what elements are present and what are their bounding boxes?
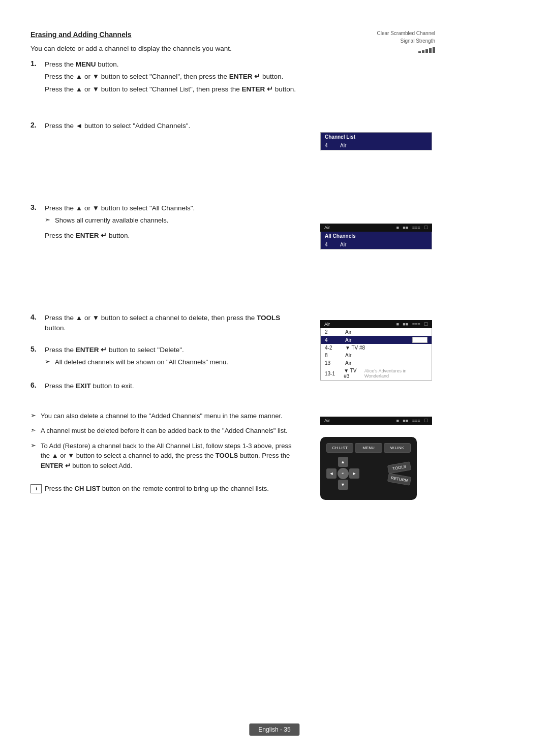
step-5-num: 5. (30, 345, 45, 353)
mockup-4-nav: Air ■ ■■ ≡≡≡ ☐ (320, 320, 432, 328)
ch-13-1-name: Alice's Adventures in Wonderland (364, 368, 428, 379)
ch-13-1-type: ▼ TV #3 (344, 368, 362, 379)
return-button[interactable]: RETURN (387, 473, 412, 486)
step-3-note-text: Shows all currently available channels. (55, 215, 168, 226)
dpad-left-button[interactable]: ◄ (326, 468, 337, 479)
mockup-2-row-highlight: 4 Air (321, 141, 432, 150)
step-5-content: Press the ENTER ↵ button to select "Dele… (45, 345, 300, 372)
step-4-num: 4. (30, 313, 45, 321)
ch-4-type: Air (345, 337, 351, 343)
step-5: 5. Press the ENTER ↵ button to select "D… (30, 345, 300, 372)
note-arrow-5-icon: ➣ (45, 358, 55, 365)
ch-2-type: Air (345, 329, 351, 335)
intro-text: You can delete or add a channel to displ… (30, 45, 300, 52)
mockup-3-nav: Air ■ ■■ ≡≡≡ ☐ (320, 224, 432, 232)
ch-13-type: Air (345, 360, 351, 366)
step-2: 2. Press the ◄ button to select "Added C… (30, 121, 300, 133)
remote-dpad-area: ▲ ▼ ◄ ► ↵ TOOLS RETURN (326, 457, 411, 490)
step-4-line-1: Press the ▲ or ▼ button to select a chan… (45, 313, 300, 334)
mockup-1: Clear Scrambled Channel Signal Strength (320, 30, 437, 53)
step-1: 1. Press the MENU button. Press the ▲ or… (30, 59, 300, 97)
wlink-button[interactable]: W.LINK (384, 443, 411, 453)
extra-note-1: ➣ You can also delete a channel to the "… (30, 411, 300, 421)
signal-strength-label: Signal Strength (320, 38, 437, 44)
footer-badge: English - 35 (249, 723, 299, 736)
step-4-content: Press the ▲ or ▼ button to select a chan… (45, 313, 300, 336)
step-5-line-1: Press the ENTER ↵ button to select "Dele… (45, 345, 300, 355)
remote-top-row: CH LIST MENU W.LINK (326, 443, 411, 453)
step-6: 6. Press the EXIT button to exit. (30, 381, 300, 393)
mockup-3-header: All Channels (321, 232, 432, 240)
mockup-3-ch-type: Air (340, 242, 346, 247)
mockup-4: Air ■ ■■ ≡≡≡ ☐ 2 Air 4 Air 4-2 ▼ TV #8 (320, 320, 432, 381)
dpad-up-button[interactable]: ▲ (338, 457, 348, 467)
mockup-4-nav-icons: ■ ■■ ≡≡≡ ☐ (396, 322, 428, 327)
step-1-line-3: Press the ▲ or ▼ button to select "Chann… (45, 84, 300, 94)
step-1-line-1: Press the MENU button. (45, 59, 300, 70)
step-3: 3. Press the ▲ or ▼ button to select "Al… (30, 203, 300, 243)
step-5-note-text: All deleted channels will be shown on "A… (55, 357, 228, 367)
menu-button[interactable]: MENU (355, 443, 382, 453)
mockup-3-row: 4 Air (321, 240, 432, 249)
step-1-num: 1. (30, 59, 45, 68)
mockup-2-header: Channel List (321, 133, 432, 141)
signal-bar-4 (429, 48, 432, 53)
signal-bars (320, 45, 437, 53)
mockup-3-nav-left: Air (324, 225, 330, 230)
extra-note-arrow-2: ➣ (30, 426, 41, 434)
mockup-2-ch-num: 4 (325, 143, 340, 148)
step-3-num: 3. (30, 203, 45, 211)
step-2-num: 2. (30, 121, 45, 129)
mockup-3-body: All Channels 4 Air (320, 232, 432, 249)
remote-dpad: ▲ ▼ ◄ ► ↵ (326, 457, 359, 490)
mockup-4-row-13-1: 13-1 ▼ TV #3 Alice's Adventures in Wonde… (321, 367, 432, 380)
enter-button[interactable]: ↵ (338, 468, 349, 479)
step-3-line-1: Press the ▲ or ▼ button to select "All C… (45, 203, 300, 213)
mockup-4-row-4-2: 4-2 ▼ TV #8 (321, 344, 432, 352)
mockup-4-row-13: 13 Air (321, 359, 432, 367)
mockup-3-nav-icons: ■ ■■ ≡≡≡ ☐ (396, 225, 428, 230)
mockup-4-row-4: 4 Air (321, 336, 432, 344)
section-title: Erasing and Adding Channels (30, 30, 300, 39)
extra-note-1-text: You can also delete a channel to the "Ad… (41, 411, 283, 421)
ch-4-checkbox (412, 337, 428, 343)
ch-8-type: Air (345, 353, 351, 358)
mockup-2-ch-type: Air (340, 143, 346, 148)
signal-bar-2 (422, 50, 424, 53)
extra-note-2-text: A channel must be deleted before it can … (41, 426, 288, 436)
ch-13-num: 13 (325, 360, 345, 366)
step-1-content: Press the MENU button. Press the ▲ or ▼ … (45, 59, 300, 97)
step-2-line-1: Press the ◄ button to select "Added Chan… (45, 121, 300, 131)
extra-note-arrow-3: ➣ (30, 442, 41, 449)
step-3-note: ➣ Shows all currently available channels… (45, 215, 300, 226)
ch-2-num: 2 (325, 329, 345, 335)
info-icon: ℹ (30, 484, 42, 493)
mockup-4-body: 2 Air 4 Air 4-2 ▼ TV #8 8 Air 13 (320, 328, 432, 381)
signal-bar-3 (425, 49, 428, 53)
ch-4-num: 4 (325, 337, 345, 343)
step-6-line-1: Press the EXIT button to exit. (45, 381, 300, 391)
info-note-text: Press the CH LIST button on the remote c… (45, 484, 269, 494)
ch-list-button[interactable]: CH LIST (326, 443, 353, 453)
remote-side-buttons: TOOLS RETURN (388, 463, 411, 484)
dpad-right-button[interactable]: ► (349, 468, 359, 479)
mockup-1-label: Clear Scrambled Channel (320, 30, 437, 36)
ch-4-2-num: 4-2 (325, 345, 345, 351)
tools-button[interactable]: TOOLS (387, 461, 412, 474)
step-5-note: ➣ All deleted channels will be shown on … (45, 357, 300, 367)
step-2-content: Press the ◄ button to select "Added Chan… (45, 121, 300, 133)
dpad-down-button[interactable]: ▼ (338, 480, 348, 490)
ch-13-1-num: 13-1 (325, 371, 344, 376)
mockup-5: Air ■ ■■ ≡≡≡ ☐ (320, 417, 432, 428)
signal-bar-1 (418, 51, 421, 53)
ch-8-num: 8 (325, 353, 345, 358)
note-arrow-icon: ➣ (45, 216, 55, 224)
extra-note-arrow-1: ➣ (30, 412, 41, 419)
mockup-5-nav-label: Air (324, 418, 330, 423)
signal-bar-5 (433, 47, 435, 53)
remote-mockup: CH LIST MENU W.LINK ▲ ▼ ◄ ► (320, 437, 437, 500)
page-footer: English - 35 (249, 723, 299, 736)
mockup-4-row-8: 8 Air (321, 352, 432, 359)
mockup-2: Channel List 4 Air (320, 132, 432, 150)
mockup-3-ch-num: 4 (325, 242, 340, 247)
